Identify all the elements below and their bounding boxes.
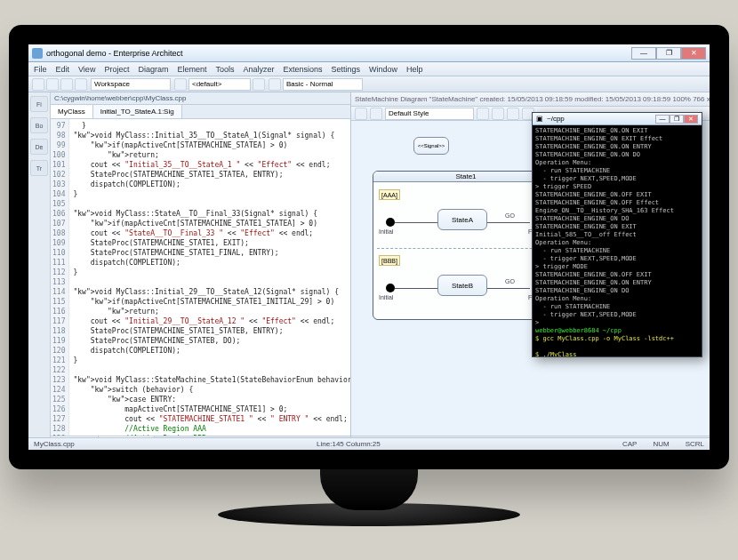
initial-label-b: Initial — [379, 294, 393, 300]
dock-bookm[interactable]: Bo — [30, 117, 48, 133]
status-bar: MyClass.cpp Line:145 Column:25 CAP NUM S… — [28, 437, 710, 450]
console-close-button[interactable]: ✕ — [684, 115, 698, 124]
state-a-label: StateA — [452, 216, 473, 224]
diagram-tb-icon[interactable] — [370, 108, 382, 120]
diagram-style-select[interactable]: Default Style — [385, 108, 474, 120]
state-b-label: StateB — [452, 282, 473, 290]
editor-tab[interactable]: Initial_TO_StateA.1:Sig — [93, 105, 182, 118]
app-icon — [32, 48, 43, 59]
menu-bar[interactable]: FileEditViewProjectDiagramElementToolsAn… — [28, 62, 710, 76]
menu-file[interactable]: File — [34, 65, 47, 74]
main-toolbar: Workspace <default> Basic - Normal — [28, 76, 710, 92]
perspective-select[interactable]: Workspace — [91, 78, 171, 91]
tb-go-icon[interactable] — [253, 78, 265, 91]
code-body[interactable]: 97 98 99 100 101 102 103 104 105 106 107… — [51, 119, 350, 436]
menu-help[interactable]: Help — [406, 65, 423, 74]
status-cap: CAP — [622, 440, 637, 448]
menu-tools[interactable]: Tools — [215, 65, 234, 74]
menu-element[interactable]: Element — [177, 65, 206, 74]
transition-label-b: GO — [505, 278, 515, 284]
tb-new-icon[interactable] — [32, 78, 44, 91]
region-separator — [377, 248, 555, 249]
status-file: MyClass.cpp — [34, 440, 75, 448]
window-title: orthogonal demo - Enterprise Architect — [46, 49, 183, 58]
terminal-icon: ▣ — [536, 115, 543, 123]
editor-tab[interactable]: MyClass — [51, 105, 93, 118]
tb-print-icon[interactable] — [75, 78, 87, 91]
dock-trace[interactable]: Tr — [30, 160, 48, 176]
transition-line — [487, 288, 530, 289]
menu-project[interactable]: Project — [104, 65, 129, 74]
code-editor-pane: C:\cygwin\home\webber\cpp\MyClass.cpp My… — [51, 92, 351, 450]
window-title-bar: orthogonal demo - Enterprise Architect —… — [28, 44, 710, 62]
state-b[interactable]: StateB — [437, 275, 487, 296]
console-output[interactable]: STATEMACHINE_ENGINE_ON.ON EXIT STATEMACH… — [533, 125, 702, 356]
region-label-b: [BBB] — [379, 255, 400, 266]
signal-label: <<Signal>> — [418, 143, 445, 148]
menu-analyzer[interactable]: Analyzer — [243, 65, 274, 74]
initial-pseudostate-a[interactable] — [386, 218, 395, 227]
line-gutter: 97 98 99 100 101 102 103 104 105 106 107… — [51, 119, 69, 436]
diagram-tb-icon[interactable] — [477, 108, 489, 120]
left-dock: FiBoDeTr — [28, 92, 51, 450]
console-title: ~/cpp — [547, 115, 565, 123]
tb-layout-icon[interactable] — [269, 78, 281, 91]
console-maximize-button[interactable]: ❐ — [670, 115, 684, 124]
dock-debug[interactable]: De — [30, 139, 48, 155]
console-minimize-button[interactable]: — — [655, 115, 670, 124]
region-label-a: [AAA] — [379, 189, 400, 200]
code-text[interactable]: } "kw">void MyClass::Initial_35__TO__Sta… — [69, 119, 350, 436]
transition-label-a: GO — [505, 212, 515, 219]
monitor-bezel: orthogonal demo - Enterprise Architect —… — [9, 25, 729, 469]
transition-line — [395, 288, 437, 289]
menu-diagram[interactable]: Diagram — [138, 65, 168, 74]
transition-line — [395, 222, 437, 223]
maximize-button[interactable]: ❐ — [656, 47, 681, 60]
status-num: NUM — [653, 440, 669, 448]
menu-window[interactable]: Window — [369, 65, 397, 74]
menu-extensions[interactable]: Extensions — [283, 65, 322, 74]
editor-tabs: MyClassInitial_TO_StateA.1:Sig — [51, 105, 350, 119]
diagram-title: StateMachine Diagram "StateMachine" crea… — [355, 95, 710, 103]
diagram-header: StateMachine Diagram "StateMachine" crea… — [351, 92, 710, 107]
layout-select[interactable]: Basic - Normal — [283, 78, 363, 91]
menu-view[interactable]: View — [78, 65, 95, 74]
diagram-tb-icon[interactable] — [492, 108, 504, 120]
status-cursor: Line:145 Column:25 — [317, 440, 381, 448]
console-window[interactable]: ▣ ~/cpp — ❐ ✕ STATEMACHINE_ENGINE_ON.ON … — [532, 112, 702, 357]
search-input[interactable]: <default> — [189, 78, 251, 91]
dock-find[interactable]: Fi — [30, 96, 48, 112]
transition-line — [487, 222, 530, 223]
state-outer-title: State1 — [373, 172, 558, 182]
diagram-tb-icon[interactable] — [507, 108, 519, 120]
status-scrl: SCRL — [686, 440, 704, 448]
screen: orthogonal demo - Enterprise Architect —… — [28, 44, 710, 450]
initial-pseudostate-b[interactable] — [386, 284, 395, 292]
diagram-tb-icon[interactable] — [355, 108, 367, 120]
editor-file-path: C:\cygwin\home\webber\cpp\MyClass.cpp — [51, 92, 350, 105]
tb-open-icon[interactable] — [46, 78, 59, 91]
initial-label-a: Initial — [379, 228, 393, 235]
state-a[interactable]: StateA — [437, 209, 487, 230]
menu-edit[interactable]: Edit — [56, 65, 70, 74]
console-title-bar[interactable]: ▣ ~/cpp — ❐ ✕ — [533, 113, 702, 125]
minimize-button[interactable]: — — [631, 47, 656, 60]
close-button[interactable]: ✕ — [681, 47, 706, 60]
tb-search-icon[interactable] — [174, 78, 187, 91]
signal-node[interactable]: <<Signal>> — [413, 137, 449, 155]
menu-settings[interactable]: Settings — [332, 65, 361, 74]
tb-save-icon[interactable] — [60, 78, 73, 91]
